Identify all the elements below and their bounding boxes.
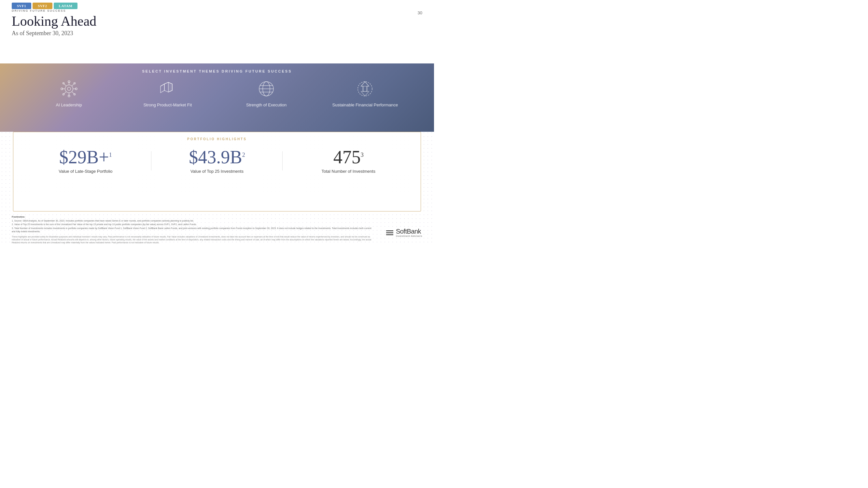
themes-section: SELECT INVESTMENT THEMES DRIVING FUTURE … [0,63,434,132]
header-section: DRIVING FUTURE SUCCESS Looking Ahead As … [12,9,96,37]
metric-label-3: Total Number of Investments [321,169,375,174]
footnotes-title: Footnotes: [12,215,375,218]
metric-top25: $43.9B2 Value of Top 25 Investments [151,148,283,174]
svg-marker-28 [361,82,369,91]
tab-svf2[interactable]: SVF2 [33,3,52,9]
ai-leadership-icon [59,78,80,99]
svg-line-13 [72,92,74,94]
theme-ai-leadership: AI Leadership [20,78,118,107]
svg-line-11 [72,83,74,86]
softbank-text: SoftBank Investment Advisers [396,228,422,237]
portfolio-metrics: $29B+1 Value of Late-Stage Portfolio $43… [13,145,421,180]
theme-execution: Strength of Execution [217,78,316,107]
product-market-icon [157,78,178,99]
execution-label: Strength of Execution [246,102,286,107]
metric-value-3: 4753 [333,148,364,166]
metric-total-investments: 4753 Total Number of Investments [283,148,414,174]
softbank-logo: SoftBank Investment Advisers [386,228,422,237]
metric-value-2: $43.9B2 [189,148,245,166]
tab-latam[interactable]: LATAM [54,3,78,9]
as-of-date: As of September 30, 2023 [12,30,96,37]
theme-financial: Sustainable Financial Performance [316,78,414,107]
footnote-1: 1. Source: SBIA Analysis. As of Septembe… [12,219,375,223]
portfolio-section: PORTFOLIO HIGHLIGHTS $29B+1 Value of Lat… [13,132,421,212]
footnote-2: 2. Value of Top 25 Investments is the su… [12,223,375,226]
ai-leadership-label: AI Leadership [56,102,82,107]
metric-value-1: $29B+1 [59,148,112,166]
svg-point-1 [67,87,71,91]
footnote-3: 3. Total Number of Investments includes … [12,227,375,233]
softbank-subtitle: Investment Advisers [396,234,422,237]
financial-icon [354,78,375,99]
softbank-bar-3 [386,234,393,235]
portfolio-highlights-label: PORTFOLIO HIGHLIGHTS [13,132,421,145]
svg-line-22 [164,82,168,84]
svg-point-30 [358,82,372,96]
svg-marker-19 [168,82,172,92]
metric-label-1: Value of Late-Stage Portfolio [59,169,112,174]
product-market-label: Strong Product-Market Fit [143,102,192,107]
page-title: Looking Ahead [12,14,96,29]
softbank-bar-2 [386,232,393,233]
svg-line-21 [160,84,164,86]
softbank-name: SoftBank [396,228,422,234]
footnotes-section: Footnotes: 1. Source: SBIA Analysis. As … [12,215,375,244]
disclaimer-text: These highlights are provided solely for… [12,235,375,244]
softbank-bars-icon [386,230,393,235]
svg-line-10 [63,83,66,86]
driving-future-label: DRIVING FUTURE SUCCESS [12,9,96,12]
svg-point-0 [65,85,73,93]
execution-icon [256,78,277,99]
softbank-bar-1 [386,230,393,231]
metric-label-2: Value of Top 25 Investments [190,169,244,174]
svg-line-12 [63,92,66,94]
financial-label: Sustainable Financial Performance [333,102,398,107]
tab-svf1[interactable]: SVF1 [12,3,31,9]
themes-row: AI Leadership Strong Product-Market Fit [0,78,434,107]
page-number: 30 [418,10,422,15]
svg-marker-29 [361,86,369,96]
metric-late-stage: $29B+1 Value of Late-Stage Portfolio [20,148,151,174]
themes-section-title: SELECT INVESTMENT THEMES DRIVING FUTURE … [142,69,292,73]
theme-product-market: Strong Product-Market Fit [118,78,217,107]
